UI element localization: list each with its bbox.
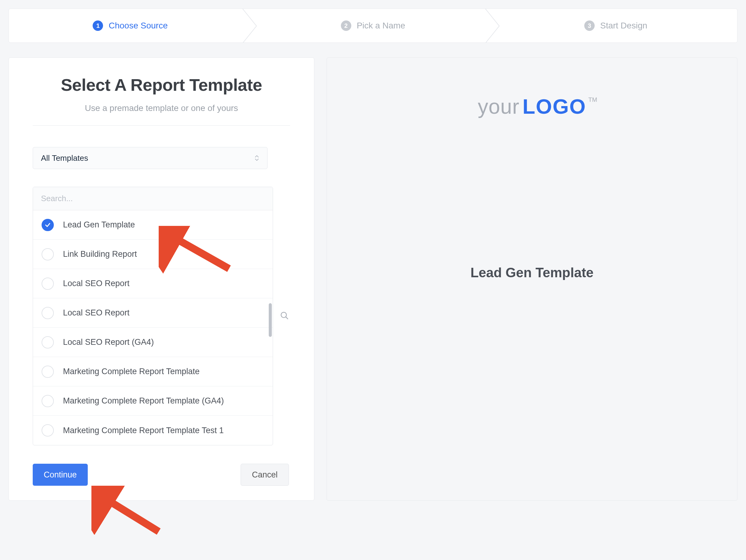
radio-unselected-icon <box>41 365 54 378</box>
template-option-label: Marketing Complete Report Template (GA4) <box>63 396 224 406</box>
step-number-badge: 2 <box>341 21 351 31</box>
search-icon <box>280 311 289 321</box>
template-listbox: Lead Gen TemplateLink Building ReportLoc… <box>33 187 273 445</box>
radio-unselected-icon <box>41 424 54 437</box>
template-option-label: Lead Gen Template <box>63 220 135 230</box>
template-preview-panel: your LOGO TM Lead Gen Template <box>326 57 738 501</box>
template-select-panel: Select A Report Template Use a premade t… <box>8 57 314 501</box>
scrollbar-thumb[interactable] <box>269 303 272 337</box>
template-option[interactable]: Local SEO Report (GA4) <box>33 328 273 357</box>
radio-selected-icon <box>41 219 54 231</box>
template-option[interactable]: Marketing Complete Report Template <box>33 357 273 386</box>
template-option-label: Link Building Report <box>63 249 137 259</box>
step-label: Start Design <box>600 21 647 31</box>
radio-unselected-icon <box>41 395 54 407</box>
chevron-up-down-icon <box>254 155 259 161</box>
step-start-design[interactable]: 3 Start Design <box>494 9 737 42</box>
trademark-label: TM <box>588 96 597 103</box>
annotation-arrow <box>91 486 168 535</box>
template-option[interactable]: Local SEO Report <box>33 269 273 298</box>
template-search-input[interactable] <box>33 187 273 210</box>
template-option-label: Marketing Complete Report Template Test … <box>63 426 224 435</box>
svg-line-1 <box>286 317 288 319</box>
preview-template-title: Lead Gen Template <box>470 265 594 280</box>
radio-unselected-icon <box>41 277 54 290</box>
template-option-label: Local SEO Report <box>63 279 130 288</box>
template-option[interactable]: Lead Gen Template <box>33 210 273 240</box>
step-number-badge: 3 <box>584 21 595 31</box>
preview-logo: your LOGO TM <box>478 94 586 118</box>
panel-title: Select A Report Template <box>33 75 290 95</box>
svg-line-3 <box>101 496 159 532</box>
template-option-label: Local SEO Report (GA4) <box>63 337 154 347</box>
divider <box>33 125 290 126</box>
step-number-badge: 1 <box>93 21 103 31</box>
template-option-label: Local SEO Report <box>63 308 130 318</box>
template-option[interactable]: Link Building Report <box>33 240 273 269</box>
template-option[interactable]: Marketing Complete Report Template Test … <box>33 416 273 445</box>
template-category-select[interactable]: All Templates <box>33 147 267 169</box>
logo-text-part1: your <box>478 94 519 118</box>
step-choose-source[interactable]: 1 Choose Source <box>9 9 252 42</box>
step-label: Choose Source <box>109 21 168 31</box>
step-label: Pick a Name <box>357 21 405 31</box>
logo-text-part2: LOGO <box>522 94 586 118</box>
template-option[interactable]: Local SEO Report <box>33 298 273 328</box>
radio-unselected-icon <box>41 248 54 260</box>
wizard-stepper: 1 Choose Source 2 Pick a Name 3 Start De… <box>8 8 738 43</box>
dropdown-value: All Templates <box>41 153 88 163</box>
cancel-button[interactable]: Cancel <box>240 464 289 486</box>
template-option-label: Marketing Complete Report Template <box>63 367 200 376</box>
radio-unselected-icon <box>41 336 54 349</box>
radio-unselected-icon <box>41 307 54 319</box>
panel-subtitle: Use a premade template or one of yours <box>33 103 290 113</box>
continue-button[interactable]: Continue <box>33 464 88 486</box>
template-option[interactable]: Marketing Complete Report Template (GA4) <box>33 386 273 416</box>
step-pick-a-name[interactable]: 2 Pick a Name <box>252 9 494 42</box>
